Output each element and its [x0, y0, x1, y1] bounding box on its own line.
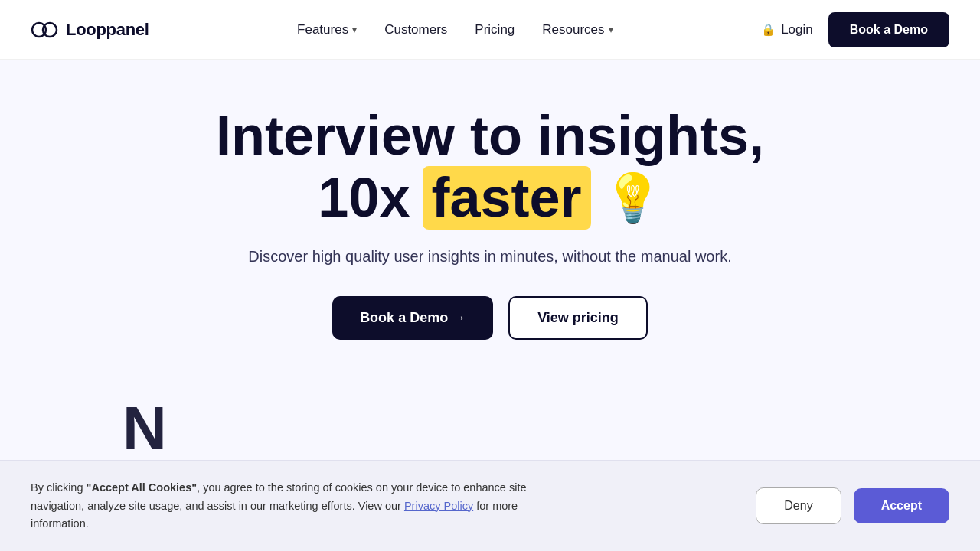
privacy-policy-link[interactable]: Privacy Policy	[404, 500, 473, 512]
logo-icon	[31, 22, 58, 37]
hero-title-line2: 10x faster 💡	[216, 166, 764, 230]
hero-faster: faster	[423, 166, 591, 230]
cookie-banner: By clicking "Accept All Cookies", you ag…	[0, 460, 980, 551]
cookie-text-before: By clicking	[31, 481, 87, 494]
svg-point-1	[43, 23, 57, 37]
cookie-actions: Deny Accept	[756, 487, 949, 524]
hero-cta-buttons: Book a Demo → View pricing	[332, 296, 648, 340]
cookie-bold-text: "Accept All Cookies"	[87, 481, 198, 494]
logo-link[interactable]: Looppanel	[31, 20, 149, 40]
nav-item-pricing[interactable]: Pricing	[475, 22, 514, 37]
scroll-hint-letter: N	[122, 398, 167, 459]
deny-cookies-button[interactable]: Deny	[756, 487, 841, 524]
nav-item-features[interactable]: Features ▾	[297, 22, 357, 37]
chevron-down-icon: ▾	[609, 24, 613, 35]
hero-10x: 10x	[318, 168, 410, 228]
nav-item-resources[interactable]: Resources ▾	[542, 22, 612, 37]
book-demo-hero-button[interactable]: Book a Demo →	[332, 296, 493, 340]
navbar: Looppanel Features ▾ Customers Pricing R…	[0, 0, 980, 60]
hero-title-line1: Interview to insights,	[216, 106, 764, 166]
hero-title: Interview to insights, 10x faster 💡	[216, 106, 764, 230]
brand-name: Looppanel	[66, 20, 149, 40]
lock-icon: 🔒	[761, 23, 776, 37]
login-button[interactable]: 🔒 Login	[761, 22, 813, 37]
accept-cookies-button[interactable]: Accept	[854, 488, 949, 523]
chevron-down-icon: ▾	[352, 24, 357, 35]
nav-links: Features ▾ Customers Pricing Resources ▾	[297, 22, 613, 37]
cookie-text: By clicking "Accept All Cookies", you ag…	[31, 479, 551, 533]
bulb-icon: 💡	[603, 174, 662, 222]
nav-actions: 🔒 Login Book a Demo	[761, 12, 949, 47]
nav-item-customers[interactable]: Customers	[384, 22, 447, 37]
book-demo-nav-button[interactable]: Book a Demo	[828, 12, 949, 47]
hero-subtitle: Discover high quality user insights in m…	[248, 248, 731, 266]
view-pricing-button[interactable]: View pricing	[508, 296, 648, 340]
hero-section: Interview to insights, 10x faster 💡 Disc…	[0, 60, 980, 370]
